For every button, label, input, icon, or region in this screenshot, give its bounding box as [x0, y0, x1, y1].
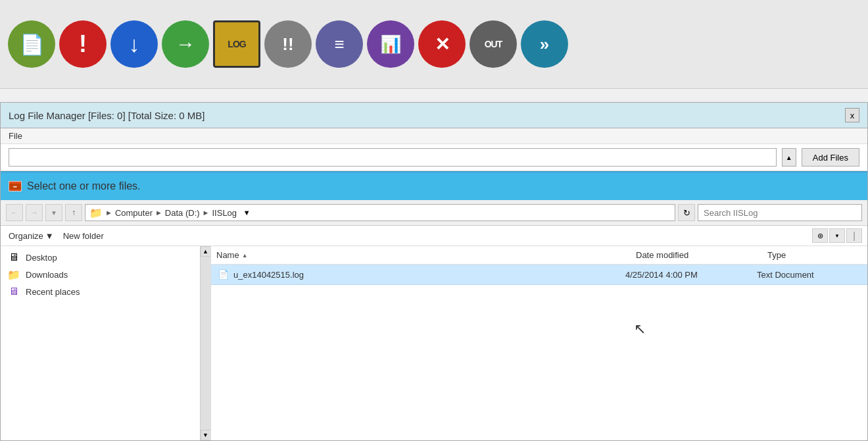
sidebar-list: 🖥 Desktop 📁 Downloads 🖥 Recent places [1, 246, 200, 440]
picker-title: Select one or more files. [27, 180, 141, 192]
sidebar-scroll-up[interactable]: ▲ [201, 246, 211, 257]
sidebar-recent-label: Recent places [26, 287, 80, 297]
add-files-button[interactable]: Add Files [802, 148, 859, 167]
new-doc-icon: 📄 [20, 33, 44, 56]
new-folder-button[interactable]: New folder [60, 230, 107, 242]
organize-label: Organize [9, 231, 43, 241]
close-x-icon: ✕ [435, 34, 450, 55]
nav-dropdown-button[interactable]: ▼ [45, 204, 62, 221]
sidebar-scroll-down[interactable]: ▼ [201, 430, 211, 440]
col-header-date[interactable]: Date modified [631, 249, 762, 261]
picker-nav: ← → ▼ ↑ 📁 ► Computer ► Data (D:) ► IISLo… [1, 200, 867, 226]
new-doc-button[interactable]: 📄 [8, 20, 55, 68]
up-button[interactable]: ↑ [65, 204, 82, 221]
file-menu-item[interactable]: File [9, 131, 22, 141]
view-controls: ⊛ ▼ | [812, 228, 862, 243]
picker-title-icon: ▪▪ [9, 181, 22, 192]
breadcrumb-sep-3: ► [203, 209, 210, 217]
organize-arrow-icon: ▼ [45, 231, 54, 241]
dialog-close-button[interactable]: x [845, 108, 859, 122]
breadcrumb-sep-2: ► [155, 209, 162, 217]
desktop-icon: 🖥 [7, 252, 20, 263]
out-icon: OUT [485, 39, 502, 49]
sidebar-desktop-label: Desktop [26, 253, 57, 263]
col-header-name[interactable]: Name ▲ [211, 249, 631, 261]
sidebar: 🖥 Desktop 📁 Downloads 🖥 Recent places ▲ [1, 246, 211, 440]
back-button[interactable]: ← [6, 204, 23, 221]
sidebar-item-downloads[interactable]: 📁 Downloads [1, 266, 200, 283]
doc-icon: ≡ [334, 34, 344, 55]
fast-forward-button[interactable]: » [521, 20, 568, 68]
log-icon: LOG [228, 39, 245, 49]
exclaim-button[interactable]: !! [264, 20, 312, 68]
address-bar[interactable]: 📁 ► Computer ► Data (D:) ► IISLog ▼ [85, 204, 675, 221]
exclaim-icon: !! [282, 34, 293, 55]
forward-icon: → [176, 33, 195, 55]
doc-button[interactable]: ≡ [316, 20, 363, 68]
forward-nav-button[interactable]: → [26, 204, 43, 221]
organize-button[interactable]: Organize ▼ [6, 230, 57, 242]
view-grid-button[interactable]: ⊛ [812, 228, 828, 243]
file-type: Text Document [757, 270, 862, 280]
picker-content: 🖥 Desktop 📁 Downloads 🖥 Recent places ▲ [1, 246, 867, 440]
out-button[interactable]: OUT [470, 20, 517, 68]
sidebar-item-desktop[interactable]: 🖥 Desktop [1, 249, 200, 266]
refresh-button[interactable]: ↻ [678, 204, 695, 221]
breadcrumb-computer: Computer [115, 208, 153, 218]
address-icon: 📁 [89, 207, 103, 219]
recent-icon: 🖥 [7, 286, 20, 297]
breadcrumb-iislog: IISLog [212, 208, 237, 218]
chart-icon: 📊 [380, 34, 401, 55]
file-picker: ▪▪ Select one or more files. ← → ▼ ↑ 📁 ►… [1, 171, 867, 440]
file-input-box[interactable] [9, 148, 777, 167]
view-dropdown-button[interactable]: ▼ [829, 228, 845, 243]
close-x-button[interactable]: ✕ [418, 20, 466, 68]
search-input[interactable] [698, 204, 862, 221]
download-icon: ↓ [129, 32, 140, 57]
scroll-up-button[interactable]: ▲ [782, 148, 796, 167]
picker-toolbar: Organize ▼ New folder ⊛ ▼ | [1, 226, 867, 246]
sort-arrow-icon: ▲ [242, 252, 248, 259]
address-dropdown-button[interactable]: ▼ [239, 205, 254, 220]
file-date: 4/25/2014 4:00 PM [625, 270, 757, 280]
forward-button[interactable]: → [162, 20, 209, 68]
dialog-menu: File [1, 128, 867, 144]
breadcrumb-sep-1: ► [105, 209, 112, 217]
chart-button[interactable]: 📊 [367, 20, 414, 68]
dialog-title: Log File Manager [Files: 0] [Total Size:… [9, 110, 205, 121]
file-name: u_ex14042515.log [233, 270, 625, 280]
sidebar-scrollbar: ▲ ▼ [200, 246, 210, 440]
file-list: 📄 u_ex14042515.log 4/25/2014 4:00 PM Tex… [211, 265, 867, 440]
log-button[interactable]: LOG [213, 20, 260, 68]
file-icon: 📄 [216, 269, 229, 280]
view-extra-button[interactable]: | [846, 228, 862, 243]
sidebar-item-recent[interactable]: 🖥 Recent places [1, 283, 200, 300]
main-file-list: Name ▲ Date modified Type 📄 u_ex14042515… [211, 246, 867, 440]
breadcrumb-data: Data (D:) [165, 208, 200, 218]
alert-icon: ! [79, 30, 87, 58]
download-button[interactable]: ↓ [110, 20, 158, 68]
downloads-icon: 📁 [7, 269, 20, 280]
picker-titlebar: ▪▪ Select one or more files. [1, 172, 867, 200]
col-header-type[interactable]: Type [762, 249, 867, 261]
dialog-titlebar: Log File Manager [Files: 0] [Total Size:… [1, 103, 867, 128]
sidebar-downloads-label: Downloads [26, 270, 68, 280]
log-file-manager-dialog: Log File Manager [Files: 0] [Total Size:… [0, 102, 868, 441]
file-input-row: ▲ Add Files [1, 144, 867, 171]
toolbar: 📄 ! ↓ → LOG !! ≡ 📊 ✕ OUT » [0, 0, 868, 89]
alert-button[interactable]: ! [59, 20, 107, 68]
column-headers: Name ▲ Date modified Type [211, 246, 867, 265]
fast-forward-icon: » [540, 34, 549, 55]
table-row[interactable]: 📄 u_ex14042515.log 4/25/2014 4:00 PM Tex… [211, 265, 867, 285]
